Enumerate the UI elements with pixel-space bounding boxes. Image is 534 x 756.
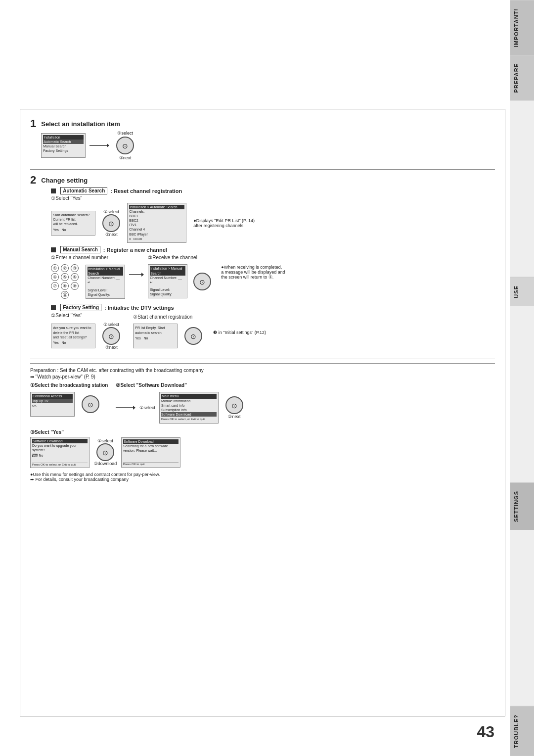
sidebar-tab-trouble: TROUBLE?: [510, 706, 534, 756]
factory-screen2: PR list Empty. Start automatic search. Y…: [133, 324, 178, 348]
factory-remote2: ⊙: [184, 327, 202, 345]
manual-remote: ⊙: [193, 273, 211, 290]
factory-note: ❸ in "Initial settings" (P.12): [213, 330, 266, 335]
sidebar-tab-use: USE: [510, 277, 534, 306]
prep-remote1: ⊙: [82, 395, 99, 413]
factory-step1: ①Select "Yes": [51, 313, 123, 318]
prep-screen3a: Software Download Do you want to upgrade…: [30, 437, 89, 468]
manual-arrow: [129, 270, 144, 280]
auto-search-label: Automatic Search: [60, 187, 107, 194]
prep-screen3b: Software Download Searching for a new so…: [121, 437, 180, 467]
prep-link: ➡ "Watch pay-per-view" (P. 9): [30, 374, 495, 379]
preparations: Preparation : Set the CAM etc. after con…: [30, 363, 495, 482]
factory-next-label: ②next: [105, 345, 118, 350]
manual-screen2: Installation > Manual Search Channel Num…: [148, 264, 187, 298]
auto-remote1: ⊙: [102, 214, 120, 232]
prep-step1-label: ①Select the broadcasting station: [30, 382, 108, 388]
prep-note1: ●Use this menu for settings and contract…: [30, 472, 495, 477]
sidebar-tab-prepare: PREPARE: [510, 55, 534, 100]
manual-step2-label: ②Receive the channel: [148, 255, 197, 260]
step1-arrow: [89, 141, 109, 150]
prep-step3-select: ①select: [97, 438, 113, 443]
factory-step2: ②Start channel registration: [133, 314, 205, 320]
auto-note: ●Displays "Edit PR List" (P. 14) after r…: [193, 218, 263, 228]
step1-remote: ⊙: [116, 137, 134, 154]
step1-next-label: ②next: [119, 155, 132, 160]
step2-section: 2 Change setting Automatic Search : Rese…: [30, 174, 495, 355]
number-grid: ①②③ ④⑤⑥ ⑦⑧⑨ ⓪: [51, 264, 80, 299]
step2-number: 2: [30, 174, 36, 187]
divider1: [30, 169, 495, 170]
svg-marker-1: [107, 143, 109, 147]
manual-search-section: Manual Search : Register a new channel ①…: [51, 246, 495, 301]
factory-select-label: ①select: [103, 322, 119, 327]
prep-screen2: Main menu Module information Smart card …: [159, 392, 219, 423]
prep-select-label: ①select: [139, 405, 155, 410]
auto-select-label: ①select: [103, 209, 119, 214]
manual-step1-label: ①Enter a channel number: [51, 255, 108, 260]
step1-number: 1: [30, 117, 36, 130]
prep-step2-label: ②Select "Software Download": [116, 382, 246, 388]
prep-note2: ➡ For details, consult your broadcasting…: [30, 477, 495, 482]
sidebar: IMPORTANT! PREPARE USE SETTINGS TROUBLE?: [510, 0, 534, 756]
divider2: [30, 359, 495, 359]
prep-remote3: ⊙: [96, 443, 114, 461]
step1-section: 1 Select an installation item Installati…: [30, 117, 495, 162]
factory-setting-section: Factory Setting : Initialise the DTV set…: [51, 304, 495, 352]
bullet-factory: [51, 305, 56, 310]
manual-search-desc: : Register a new channel: [103, 247, 167, 253]
prep-remote2: ⊙: [225, 396, 243, 414]
auto-search-desc: : Reset channel registration: [110, 188, 182, 194]
prep-step3-label: ③Select "Yes": [30, 429, 495, 435]
auto-next-label: ②next: [105, 232, 118, 237]
auto-screen2: Installation > Automatic Search Channels…: [127, 203, 186, 243]
step2-title: Change setting: [41, 174, 495, 184]
prep-intro: Preparation : Set the CAM etc. after con…: [30, 368, 495, 373]
prep-screen1: Conditional Access Top Up TV OK: [30, 392, 75, 417]
factory-screen1: Are you sure you want to delete the PR l…: [51, 324, 95, 348]
svg-marker-3: [141, 273, 144, 277]
step1-title: Select an installation item: [41, 117, 495, 128]
manual-note: ●When receiving is completed, a message …: [221, 265, 285, 280]
automatic-search-section: Automatic Search : Reset channel registr…: [51, 187, 495, 243]
manual-screen1: Installation > Manual Search Channel Num…: [86, 265, 125, 299]
svg-marker-5: [133, 406, 135, 410]
sidebar-tab-important: IMPORTANT!: [510, 0, 534, 55]
auto-screen1: Start automatic search? Current PR list …: [51, 211, 95, 236]
step1-select-label: ①select: [117, 131, 133, 136]
bullet-manual: [51, 247, 56, 252]
main-content: 1 Select an installation item Installati…: [20, 109, 505, 716]
factory-desc: : Initialise the DTV settings: [104, 305, 174, 311]
bullet-auto: [51, 189, 56, 193]
prep-download-label: ②download: [94, 461, 117, 466]
manual-search-label: Manual Search: [60, 246, 100, 253]
step1-screen: Installation Automatic Search Manual Sea…: [41, 133, 86, 158]
auto-step-label: ①Select "Yes": [51, 195, 495, 201]
factory-label: Factory Setting: [60, 304, 101, 311]
prep-arrow1: [116, 403, 135, 413]
page-number: 43: [477, 723, 494, 741]
prep-next-label: ②next: [228, 414, 240, 419]
sidebar-tab-settings: SETTINGS: [510, 482, 534, 530]
factory-remote1: ⊙: [102, 327, 120, 345]
